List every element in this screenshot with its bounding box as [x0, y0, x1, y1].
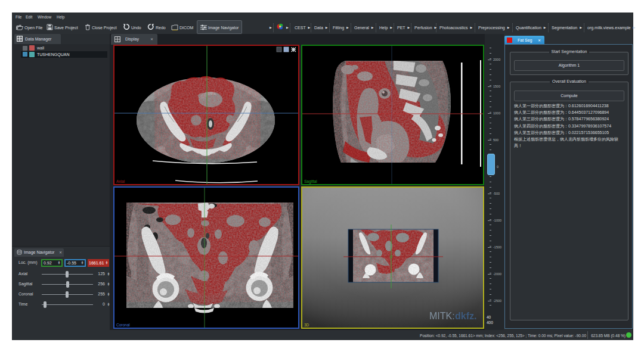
svg-text:MITK:: MITK:: [429, 311, 455, 321]
svg-text:dkfz.: dkfz.: [455, 311, 476, 321]
